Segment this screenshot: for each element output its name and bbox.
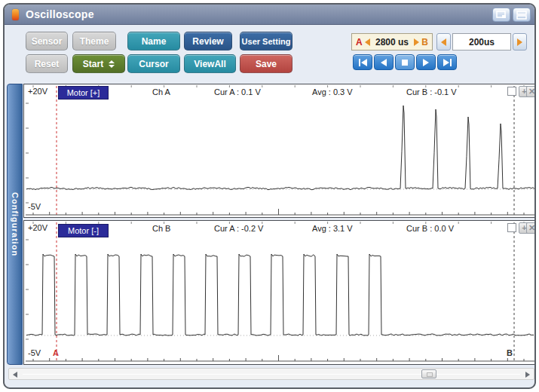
reset-button[interactable]: Reset	[26, 54, 68, 73]
app-flame-icon	[12, 9, 19, 20]
channel-a-waveform	[24, 84, 536, 219]
channel-b-name: Ch B	[152, 224, 170, 233]
name-button[interactable]: Name	[127, 32, 180, 51]
window-layout-button[interactable]	[513, 8, 531, 22]
configuration-tab[interactable]: Configuration	[7, 84, 23, 365]
channel-a-source-badge[interactable]: Motor [+]	[58, 86, 109, 100]
skip-last-icon	[450, 59, 452, 66]
stop-icon	[402, 60, 408, 66]
channel-a-scale-top: +20V	[28, 87, 47, 96]
channel-b-cursor-b-value: Cur B : 0.0 V	[406, 224, 454, 233]
start-spinner-icon[interactable]	[109, 60, 115, 68]
capture-window-icon	[496, 11, 507, 19]
skip-last-triangle-icon	[443, 59, 449, 66]
transport-skip-first-button[interactable]	[353, 54, 372, 70]
review-button-label: Review	[192, 36, 223, 47]
right-arrow-icon	[517, 38, 522, 46]
skip-first-icon	[359, 59, 360, 66]
scrollbar-thumb[interactable]	[421, 369, 436, 378]
name-button-label: Name	[142, 36, 167, 47]
cursor-b-arrow-icon	[414, 38, 419, 46]
channel-a-scale-bottom: -5V	[28, 202, 41, 211]
cursor-a-arrow-icon	[365, 38, 370, 46]
horizontal-scrollbar[interactable]	[8, 368, 534, 380]
timebase-increase-button[interactable]	[513, 33, 527, 51]
cursor-b-marker[interactable]: B	[507, 348, 513, 357]
channel-a-close-button[interactable]: ✕	[526, 86, 536, 97]
transport-skip-last-button[interactable]	[437, 54, 457, 70]
cursor-a-marker[interactable]: A	[53, 348, 59, 357]
transport-step-back-button[interactable]	[374, 54, 394, 70]
reset-button-label: Reset	[35, 59, 60, 69]
window-layout-icon	[516, 11, 527, 20]
channel-a-cursor-b-value: Cur B : -0.1 V	[406, 87, 457, 96]
channel-b-waveform	[24, 221, 536, 366]
transport-play-button[interactable]	[416, 54, 436, 70]
channel-b-scale-top: +20V	[28, 223, 47, 232]
scroll-right-arrow-icon[interactable]	[525, 372, 530, 378]
step-back-icon	[381, 59, 387, 66]
start-button[interactable]: Start	[72, 54, 125, 73]
start-button-label: Start	[83, 59, 103, 69]
configuration-tab-label: Configuration	[11, 192, 20, 256]
channel-a-panel: +20V Motor [+] Ch A Cur A : 0.1 V Avg : …	[23, 84, 536, 218]
user-setting-button-label: User Setting	[242, 37, 291, 46]
channel-a-badge-label: Motor [+]	[67, 88, 100, 97]
channel-b-close-button[interactable]: ✕	[526, 222, 536, 234]
cursor-span-value: 2800 us	[372, 37, 412, 47]
scroll-left-arrow-icon[interactable]	[13, 372, 17, 378]
cursor-a-label: A	[356, 37, 363, 47]
titlebar: Oscilloscope	[5, 5, 534, 25]
channel-b-checkbox[interactable]	[507, 223, 516, 232]
cursor-span-display: A 2800 us B	[351, 33, 433, 51]
timebase-decrease-button[interactable]	[436, 33, 451, 51]
channel-a-avg-value: Avg : 0.3 V	[312, 87, 353, 96]
scrollbar-groove	[23, 374, 520, 375]
save-button[interactable]: Save	[240, 54, 292, 73]
transport-controls	[353, 54, 457, 70]
review-button[interactable]: Review	[184, 32, 232, 51]
user-setting-button[interactable]: User Setting	[240, 32, 292, 51]
channel-a-cursor-a-value: Cur A : 0.1 V	[214, 87, 261, 96]
timebase-value-text: 200us	[469, 37, 495, 47]
play-icon	[423, 59, 429, 66]
transport-stop-button[interactable]	[395, 54, 415, 70]
cursor-button-label: Cursor	[139, 59, 168, 69]
viewall-button[interactable]: ViewAll	[184, 54, 236, 73]
channel-a-name: Ch A	[152, 87, 170, 96]
cursor-button[interactable]: Cursor	[127, 54, 180, 73]
channel-b-badge-label: Motor [-]	[68, 226, 99, 235]
capture-window-button[interactable]	[492, 8, 510, 22]
channel-b-avg-value: Avg : 3.1 V	[312, 224, 353, 233]
sensor-button-label: Sensor	[32, 36, 63, 47]
cursor-b-label: B	[421, 37, 428, 47]
channel-b-panel: +20V Motor [-] Ch B Cur A : -0.2 V Avg :…	[23, 220, 536, 365]
window-title: Oscilloscope	[26, 8, 94, 20]
theme-button[interactable]: Theme	[72, 32, 116, 51]
channel-b-cursor-a-value: Cur A : -0.2 V	[214, 224, 263, 233]
skip-first-triangle-icon	[361, 59, 367, 66]
app-window: Oscilloscope Sensor Theme Name Review Us…	[3, 3, 536, 389]
viewall-button-label: ViewAll	[194, 59, 225, 69]
timebase-value: 200us	[452, 33, 511, 51]
channel-b-source-badge[interactable]: Motor [-]	[58, 224, 109, 237]
channel-b-scale-bottom: -5V	[28, 348, 41, 357]
channel-a-checkbox[interactable]	[507, 87, 516, 96]
theme-button-label: Theme	[80, 36, 109, 47]
save-button-label: Save	[256, 59, 277, 69]
sensor-button[interactable]: Sensor	[26, 32, 68, 51]
left-arrow-icon	[441, 38, 446, 46]
